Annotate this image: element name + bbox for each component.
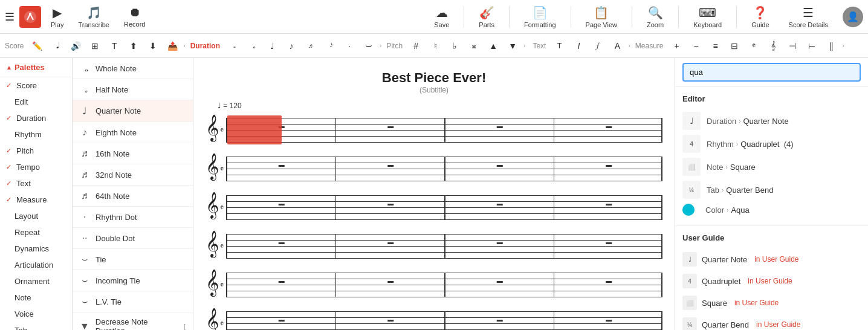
- guide-button[interactable]: ❓ Guide: [747, 3, 774, 31]
- guide-row-quarter-bend[interactable]: ¼ Quarter Bend in User Guide: [682, 314, 861, 330]
- text-dynamic-icon[interactable]: 𝑓: [589, 37, 606, 54]
- record-button[interactable]: ⏺ Record: [119, 3, 150, 30]
- palette-item-edit[interactable]: Edit: [0, 94, 72, 110]
- palette-item-voice[interactable]: Voice: [0, 306, 72, 322]
- note-input-icon[interactable]: 𝅘𝅥: [48, 37, 65, 54]
- guide-quarter-note-link[interactable]: in User Guide: [754, 255, 798, 264]
- pitch-section-label[interactable]: Pitch: [384, 42, 405, 50]
- palette-item-repeat[interactable]: Repeat: [0, 224, 72, 241]
- palette-item-duration[interactable]: Duration: [0, 110, 72, 126]
- parts-button[interactable]: 🎸 Parts: [474, 3, 499, 31]
- measure-grid-icon[interactable]: ⊟: [726, 37, 743, 54]
- svg-point-1: [29, 13, 31, 15]
- guide-row-quadruplet[interactable]: 4 Quadruplet in User Guide: [682, 270, 861, 292]
- measure-right-icon[interactable]: ⊢: [803, 37, 820, 54]
- palette-item-note[interactable]: Note: [0, 290, 72, 306]
- measure-left-icon[interactable]: ⊣: [784, 37, 801, 54]
- palette-item-dynamics[interactable]: Dynamics: [0, 241, 72, 257]
- palette-item-tab[interactable]: Tab: [0, 322, 72, 330]
- duration-half-icon[interactable]: 𝅗: [244, 37, 261, 54]
- main-area: ▲ Palettes Score Edit Duration Rhythm Pi…: [0, 58, 868, 330]
- duration-16th-icon[interactable]: ♬: [302, 37, 319, 54]
- score-area[interactable]: Best Piece Ever! (Subtitle) ♩ = 120 𝄞 𝄴: [193, 58, 675, 330]
- note-item-half[interactable]: 𝅗 Half Note: [73, 79, 193, 100]
- upload-icon[interactable]: ⬆: [125, 37, 142, 54]
- duration-eighth-icon[interactable]: ♪: [283, 37, 300, 54]
- record-icon: ⏺: [129, 5, 141, 19]
- palette-item-text[interactable]: Text: [0, 175, 72, 192]
- palette-item-rhythm[interactable]: Rhythm: [0, 126, 72, 143]
- note-item-32nd[interactable]: ♬ 32nd Note: [73, 164, 193, 186]
- text-italic-icon[interactable]: I: [570, 37, 587, 54]
- palette-item-layout[interactable]: Layout: [0, 208, 72, 224]
- editor-row-color: Color › Aqua: [682, 201, 861, 218]
- measure-plus-icon[interactable]: +: [668, 37, 685, 54]
- note-item-eighth[interactable]: ♪ Eighth Note: [73, 122, 193, 143]
- pitch-up-icon[interactable]: ▲: [485, 37, 502, 54]
- text-T-icon[interactable]: T: [551, 37, 568, 54]
- palette-item-ornament[interactable]: Ornament: [0, 273, 72, 290]
- color-icon: [682, 204, 695, 216]
- measure-minus-icon[interactable]: −: [687, 37, 704, 54]
- user-avatar[interactable]: 👤: [843, 7, 863, 27]
- guide-quadruplet-link[interactable]: in User Guide: [748, 277, 792, 285]
- guide-square-link[interactable]: in User Guide: [734, 299, 779, 307]
- score-details-button[interactable]: ☰ Score Details: [784, 3, 833, 31]
- pitch-down-icon[interactable]: ▼: [504, 37, 521, 54]
- hamburger-icon[interactable]: ☰: [5, 10, 15, 24]
- pitch-double-icon[interactable]: 𝄪: [465, 37, 482, 54]
- pitch-sharp-icon[interactable]: #: [407, 37, 424, 54]
- note-item-lv-tie[interactable]: ⌣ L.V. Tie: [73, 291, 193, 312]
- measure-key-icon[interactable]: 𝄞: [765, 37, 782, 54]
- measure-align-icon[interactable]: ≡: [707, 37, 724, 54]
- palette-item-pitch[interactable]: Pitch: [0, 143, 72, 159]
- palettes-header[interactable]: ▲ Palettes: [0, 58, 72, 77]
- duration-section-label[interactable]: Duration: [188, 42, 222, 50]
- note-item-decrease-duration[interactable]: ▼ Decrease Note Duration [: [73, 312, 193, 330]
- text-icon[interactable]: T: [106, 37, 123, 54]
- search-input[interactable]: [682, 63, 861, 82]
- note-item-64th[interactable]: ♬ 64th Note: [73, 186, 193, 207]
- staff-row-5: 𝄞 𝄴 ▬ ▬ ▬: [206, 267, 662, 302]
- grid-icon[interactable]: ⊞: [86, 37, 103, 54]
- incoming-tie-label: Incoming Tie: [96, 276, 140, 285]
- pitch-flat-icon[interactable]: ♭: [446, 37, 463, 54]
- play-button[interactable]: ▶ Play: [46, 3, 68, 31]
- duration-whole-icon[interactable]: 𝅝: [225, 37, 242, 54]
- note-item-quarter[interactable]: ♩ Quarter Note: [73, 100, 193, 122]
- palette-item-measure[interactable]: Measure: [0, 192, 72, 208]
- palette-item-score[interactable]: Score: [0, 77, 72, 94]
- palette-item-articulation[interactable]: Articulation: [0, 257, 72, 273]
- note-item-rhythm-dot[interactable]: · Rhythm Dot: [73, 207, 193, 228]
- formatting-button[interactable]: 📄 Formatting: [519, 3, 561, 31]
- duration-tie-icon[interactable]: ⌣: [360, 37, 377, 54]
- guide-row-quarter-note[interactable]: ♩ Quarter Note in User Guide: [682, 248, 861, 270]
- palette-item-tempo[interactable]: Tempo: [0, 159, 72, 175]
- measure-section-label[interactable]: Measure: [633, 42, 666, 50]
- text-section-label[interactable]: Text: [530, 42, 548, 50]
- duration-quarter-icon[interactable]: ♩: [264, 37, 280, 54]
- save-button[interactable]: ☁ Save: [429, 3, 454, 31]
- export-icon[interactable]: 📤: [164, 37, 181, 54]
- measure-double-icon[interactable]: ‖: [823, 37, 840, 54]
- note-item-16th[interactable]: ♬ 16th Note: [73, 143, 193, 164]
- duration-32nd-icon[interactable]: 𝅘𝅥𝅯: [322, 37, 338, 54]
- download-icon[interactable]: ⬇: [144, 37, 161, 54]
- note-item-tie[interactable]: ⌣ Tie: [73, 249, 193, 270]
- measure-time-icon[interactable]: 𝄴: [745, 37, 762, 54]
- page-view-button[interactable]: 📋 Page View: [581, 3, 622, 31]
- keyboard-button[interactable]: ⌨ Keyboard: [688, 3, 727, 31]
- note-item-whole[interactable]: 𝅝 Whole Note: [73, 58, 193, 79]
- pitch-natural-icon[interactable]: ♮: [427, 37, 444, 54]
- guide-row-square[interactable]: ⬜ Square in User Guide: [682, 292, 861, 314]
- text-A-icon[interactable]: A: [609, 37, 626, 54]
- note-item-double-dot[interactable]: ·· Double Dot: [73, 228, 193, 249]
- transcribe-button[interactable]: 🎵 Transcribe: [73, 3, 114, 31]
- duration-dot-icon[interactable]: ·: [341, 37, 358, 54]
- voice-icon[interactable]: 🔊: [67, 37, 84, 54]
- pencil-icon[interactable]: ✏️: [28, 37, 45, 54]
- guide-quarter-bend-link[interactable]: in User Guide: [756, 320, 800, 329]
- zoom-button[interactable]: 🔍 Zoom: [642, 3, 669, 31]
- guide-icon: ❓: [753, 5, 768, 20]
- note-item-incoming-tie[interactable]: ⌣ Incoming Tie: [73, 270, 193, 291]
